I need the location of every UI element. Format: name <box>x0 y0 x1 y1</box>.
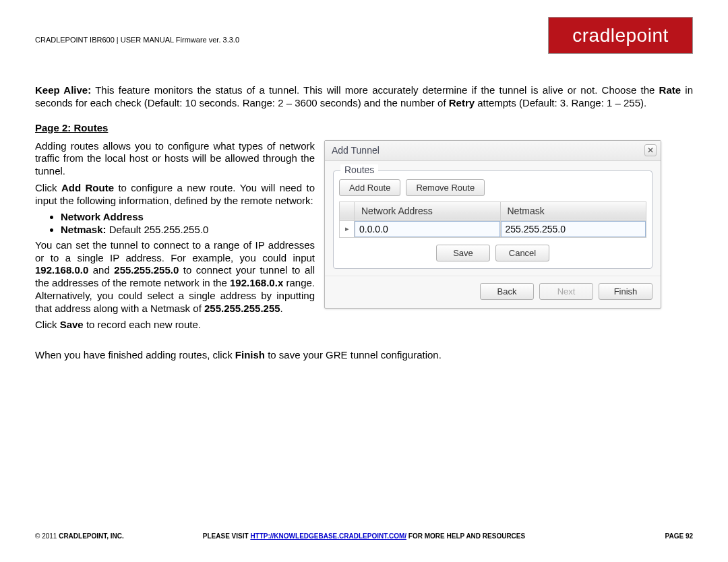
routes-table: Network Address Netmask ▸ <box>339 201 646 238</box>
doc-header: CRADLEPOINT IBR600 | USER MANUAL Firmwar… <box>35 36 239 44</box>
routes-legend: Routes <box>340 164 378 175</box>
routes-desc-1: Adding routes allows you to configure wh… <box>35 140 315 178</box>
finish-button[interactable]: Finish <box>599 283 653 300</box>
col-indicator <box>340 201 355 220</box>
close-icon[interactable]: ✕ <box>644 144 657 156</box>
next-button: Next <box>539 283 593 300</box>
add-tunnel-dialog: Add Tunnel ✕ Routes Add Route Remove Rou… <box>324 140 661 309</box>
col-netmask[interactable]: Netmask <box>500 201 646 220</box>
table-row[interactable]: ▸ <box>340 220 646 237</box>
cancel-button[interactable]: Cancel <box>495 245 549 261</box>
finish-paragraph: When you have finished adding routes, cl… <box>35 349 693 362</box>
dialog-title: Add Tunnel <box>332 145 380 156</box>
netmask-input[interactable] <box>501 221 646 237</box>
routes-desc-3: You can set the tunnel to connect to a r… <box>35 239 315 315</box>
col-network-address[interactable]: Network Address <box>355 201 501 220</box>
intro-paragraph: Keep Alive: This feature monitors the st… <box>35 84 693 110</box>
back-button[interactable]: Back <box>480 283 534 300</box>
remove-route-button[interactable]: Remove Route <box>406 179 485 196</box>
kb-link[interactable]: HTTP://KNOWLEDGEBASE.CRADLEPOINT.COM/ <box>250 532 406 540</box>
save-button[interactable]: Save <box>436 245 490 261</box>
row-indicator-icon: ▸ <box>340 220 355 237</box>
routes-desc-4: Click Save to record each new route. <box>35 319 315 332</box>
brand-logo: cradlepoint <box>548 17 693 54</box>
network-address-input[interactable] <box>355 221 500 237</box>
keep-alive-label: Keep Alive: <box>35 84 91 96</box>
routes-desc-2: Click Add Route to configure a new route… <box>35 182 315 208</box>
bullet-netmask: Netmask: Default 255.255.255.0 <box>61 224 315 237</box>
section-title: Page 2: Routes <box>35 122 693 133</box>
add-route-button[interactable]: Add Route <box>339 179 400 196</box>
footer-center: PLEASE VISIT HTTP://KNOWLEDGEBASE.CRADLE… <box>35 532 693 540</box>
bullet-network-address: Network Address <box>61 211 315 224</box>
